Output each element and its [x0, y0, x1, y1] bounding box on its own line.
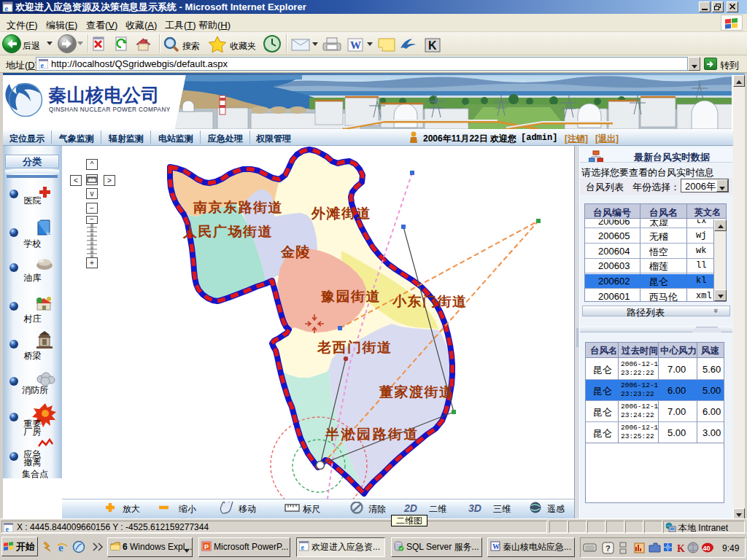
- svg-text:?: ?: [605, 544, 611, 553]
- svg-text:W: W: [492, 542, 500, 551]
- svg-text:老西门街道: 老西门街道: [317, 340, 392, 355]
- svg-text:P: P: [204, 543, 209, 551]
- svg-text:2D: 2D: [403, 502, 417, 514]
- svg-text:40: 40: [703, 545, 711, 552]
- svg-text:3D: 3D: [468, 502, 481, 514]
- svg-text:南京东路街道: 南京东路街道: [193, 200, 283, 215]
- svg-text:e: e: [6, 525, 9, 533]
- svg-text:QINSHAN NUCLEAR POWER COMPANY: QINSHAN NUCLEAR POWER COMPANY: [49, 106, 171, 113]
- svg-text:豫园街道: 豫园街道: [321, 289, 381, 304]
- svg-text:W: W: [350, 39, 361, 51]
- svg-text:e: e: [41, 61, 44, 69]
- svg-text:秦山核电公司: 秦山核电公司: [48, 85, 160, 105]
- svg-text:董家渡街道: 董家渡街道: [379, 384, 454, 400]
- svg-text:e: e: [4, 4, 8, 12]
- svg-text:K: K: [428, 39, 437, 52]
- svg-text:金陵: 金陵: [280, 244, 311, 260]
- svg-text:外滩街道: 外滩街道: [311, 206, 371, 221]
- svg-text:小东门街道: 小东门街道: [392, 294, 468, 309]
- svg-text:人民广场街道: 人民广场街道: [182, 224, 273, 239]
- svg-text:e: e: [301, 543, 305, 551]
- svg-text:K: K: [677, 543, 685, 554]
- svg-text:半淞园路街道: 半淞园路街道: [325, 427, 419, 442]
